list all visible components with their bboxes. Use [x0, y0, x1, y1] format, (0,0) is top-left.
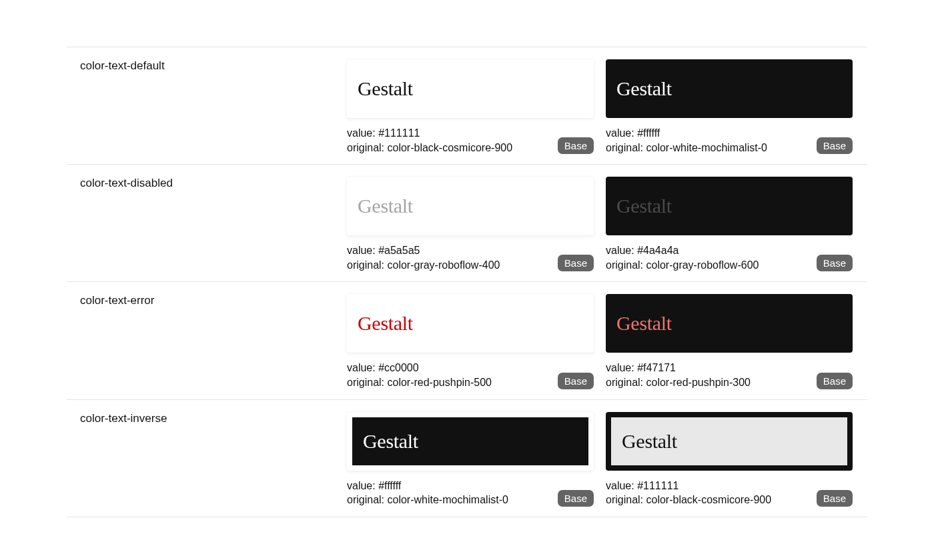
base-badge: Base [558, 490, 594, 507]
token-meta-text: value: #f47171original: color-red-pushpi… [606, 361, 751, 389]
value-label: value: [347, 362, 378, 373]
original-label: original: [606, 259, 646, 271]
color-sample: Gestalt [606, 294, 853, 353]
token-meta-text: value: #fffffforiginal: color-white-moch… [606, 126, 767, 155]
color-sample-inner: Gestalt [606, 177, 853, 235]
original-label: original: [347, 142, 387, 153]
value-text: #4a4a4a [637, 245, 678, 256]
token-meta-text: value: #cc0000original: color-red-pushpi… [347, 361, 492, 389]
token-variant-light: Gestaltvalue: #a5a5a5original: color-gra… [347, 177, 594, 272]
value-text: #111111 [378, 127, 420, 139]
token-meta-text: value: #4a4a4aoriginal: color-gray-robof… [606, 243, 759, 272]
token-meta: value: #4a4a4aoriginal: color-gray-robof… [606, 243, 853, 272]
value-text: #cc0000 [378, 362, 419, 373]
original-text: color-black-cosmicore-900 [387, 142, 512, 153]
value-label: value: [606, 362, 637, 373]
token-name: color-text-error [67, 294, 347, 389]
value-text: #f47171 [637, 362, 676, 373]
value-label: value: [606, 127, 637, 139]
color-sample-inner: Gestalt [347, 294, 594, 353]
base-badge: Base [558, 137, 594, 154]
value-text: #a5a5a5 [378, 245, 420, 256]
color-sample: Gestalt [347, 412, 594, 471]
value-text: #ffffff [378, 480, 401, 491]
color-sample: Gestalt [347, 294, 594, 353]
sample-text: Gestalt [616, 312, 672, 335]
token-meta-text: value: #111111original: color-black-cosm… [606, 479, 771, 507]
sample-text: Gestalt [358, 77, 413, 100]
original-text: color-gray-roboflow-600 [646, 259, 759, 271]
original-text: color-gray-roboflow-400 [387, 259, 500, 271]
base-badge: Base [817, 255, 853, 271]
original-label: original: [606, 142, 646, 153]
token-meta-text: value: #a5a5a5original: color-gray-robof… [347, 243, 500, 272]
base-badge: Base [558, 255, 594, 271]
color-sample: Gestalt [606, 59, 853, 118]
original-text: color-white-mochimalist-0 [646, 142, 767, 153]
sample-text: Gestalt [622, 430, 677, 453]
token-meta-text: value: #fffffforiginal: color-white-moch… [347, 479, 508, 507]
sample-text: Gestalt [616, 77, 672, 100]
token-variant-dark: Gestaltvalue: #111111original: color-bla… [606, 412, 853, 507]
value-text: #111111 [637, 480, 678, 491]
base-badge: Base [817, 373, 853, 389]
original-text: color-white-mochimalist-0 [387, 494, 508, 505]
value-label: value: [347, 245, 378, 256]
color-sample-inner: Gestalt [347, 177, 594, 235]
original-text: color-red-pushpin-500 [387, 377, 492, 388]
token-name: color-text-default [67, 59, 347, 155]
token-row: color-text-disabledGestaltvalue: #a5a5a5… [67, 164, 867, 281]
original-text: color-red-pushpin-300 [646, 377, 751, 388]
value-label: value: [347, 127, 378, 139]
token-variant-light: Gestaltvalue: #111111original: color-bla… [347, 59, 594, 155]
base-badge: Base [817, 137, 853, 154]
token-variant-light: Gestaltvalue: #cc0000original: color-red… [347, 294, 594, 389]
original-label: original: [606, 494, 646, 505]
value-text: #ffffff [637, 127, 660, 139]
token-table: color-text-defaultGestaltvalue: #111111o… [0, 0, 934, 544]
token-name: color-text-inverse [67, 412, 347, 507]
token-row: color-text-inverseGestaltvalue: #ffffffo… [67, 399, 867, 517]
value-label: value: [347, 480, 378, 491]
token-meta: value: #fffffforiginal: color-white-moch… [347, 479, 594, 507]
token-meta: value: #111111original: color-black-cosm… [606, 479, 853, 507]
token-row: color-text-defaultGestaltvalue: #111111o… [67, 47, 867, 164]
token-name: color-text-disabled [67, 177, 347, 272]
color-sample: Gestalt [606, 177, 853, 235]
color-sample: Gestalt [347, 59, 594, 118]
original-label: original: [606, 377, 646, 388]
token-meta: value: #a5a5a5original: color-gray-robof… [347, 243, 594, 272]
sample-text: Gestalt [358, 195, 413, 217]
color-sample-inner: Gestalt [352, 417, 588, 465]
color-sample: Gestalt [606, 412, 853, 471]
token-row: color-text-errorGestaltvalue: #cc0000ori… [67, 281, 867, 399]
sample-text: Gestalt [358, 312, 413, 335]
color-sample-inner: Gestalt [347, 59, 594, 118]
token-meta: value: #111111original: color-black-cosm… [347, 126, 594, 155]
token-meta-text: value: #111111original: color-black-cosm… [347, 126, 512, 155]
token-meta: value: #cc0000original: color-red-pushpi… [347, 361, 594, 389]
token-variant-dark: Gestaltvalue: #fffffforiginal: color-whi… [606, 59, 853, 155]
token-variant-dark: Gestaltvalue: #f47171original: color-red… [606, 294, 853, 389]
token-variant-dark: Gestaltvalue: #4a4a4aoriginal: color-gra… [606, 177, 853, 272]
color-sample-inner: Gestalt [606, 294, 853, 353]
sample-text: Gestalt [616, 195, 672, 217]
base-badge: Base [817, 490, 853, 507]
original-label: original: [347, 494, 387, 505]
base-badge: Base [558, 373, 594, 389]
token-meta: value: #f47171original: color-red-pushpi… [606, 361, 853, 389]
color-sample: Gestalt [347, 177, 594, 235]
sample-text: Gestalt [363, 430, 418, 453]
original-text: color-black-cosmicore-900 [646, 494, 771, 505]
color-sample-inner: Gestalt [606, 59, 853, 118]
value-label: value: [606, 480, 637, 491]
color-sample-inner: Gestalt [611, 417, 847, 465]
original-label: original: [347, 259, 387, 271]
value-label: value: [606, 245, 637, 256]
token-meta: value: #fffffforiginal: color-white-moch… [606, 126, 853, 155]
original-label: original: [347, 377, 387, 388]
token-variant-light: Gestaltvalue: #fffffforiginal: color-whi… [347, 412, 594, 507]
